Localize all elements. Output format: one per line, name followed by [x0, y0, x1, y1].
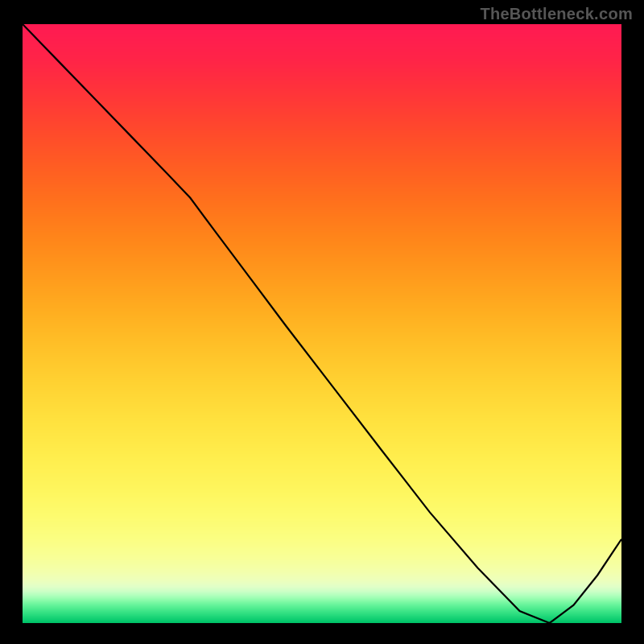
chart-stage: TheBottleneck.com	[0, 0, 644, 644]
curve-overlay	[23, 24, 621, 623]
bottleneck-curve	[23, 24, 621, 623]
watermark-text: TheBottleneck.com	[480, 5, 633, 23]
plot-area	[23, 24, 621, 623]
